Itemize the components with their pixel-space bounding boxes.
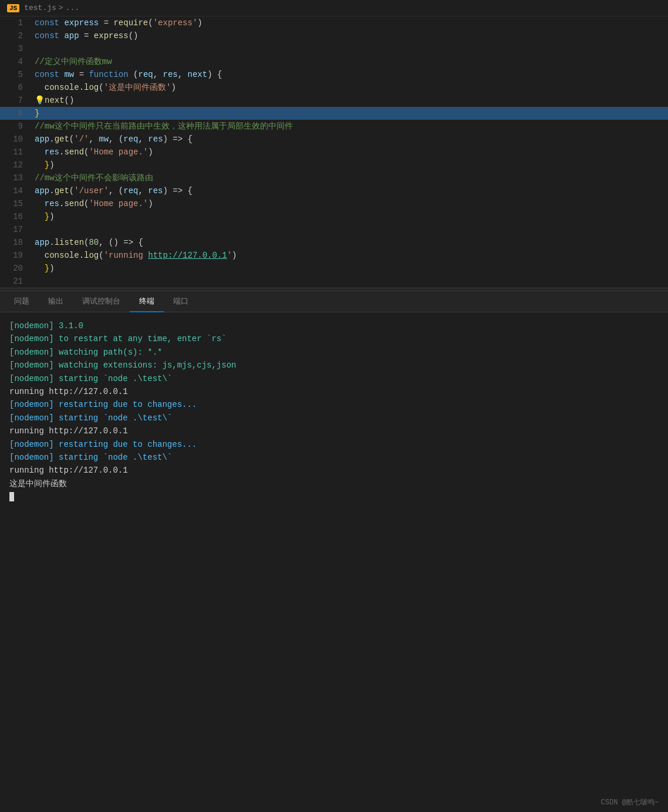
code-line-11: 11 res.send('Home page.') (0, 146, 668, 159)
code-line-10: 10app.get('/', mw, (req, res) => { (0, 133, 668, 146)
line-content: res.send('Home page.') (32, 146, 668, 159)
line-content: //mw这个中间件不会影响该路由 (32, 171, 668, 184)
line-content (32, 42, 668, 55)
line-number: 16 (0, 210, 32, 223)
line-number: 10 (0, 133, 32, 146)
line-number: 19 (0, 249, 32, 262)
code-line-20: 20 }) (0, 262, 668, 275)
terminal-line: [nodemon] starting `node .\test\` (9, 412, 659, 424)
line-number: 14 (0, 184, 32, 197)
terminal-content[interactable]: [nodemon] 3.1.0[nodemon] to restart at a… (0, 312, 668, 510)
line-content: res.send('Home page.') (32, 197, 668, 210)
terminal-tabs: 问题输出调试控制台终端端口 (0, 291, 668, 312)
terminal-line: running http://127.0.0.1 (9, 385, 659, 398)
line-content: app.get('/user', (req, res) => { (32, 184, 668, 197)
line-number: 13 (0, 171, 32, 184)
code-line-6: 6 console.log('这是中间件函数') (0, 81, 668, 94)
terminal-line: [nodemon] to restart at any time, enter … (9, 332, 659, 345)
line-content: app.get('/', mw, (req, res) => { (32, 133, 668, 146)
line-number: 4 (0, 55, 32, 68)
line-number: 11 (0, 146, 32, 159)
code-editor[interactable]: 1const express = require('express')2cons… (0, 16, 668, 288)
line-content: console.log('这是中间件函数') (32, 81, 668, 94)
line-content: app.listen(80, () => { (32, 236, 668, 249)
code-line-3: 3 (0, 42, 668, 55)
line-content: //定义中间件函数mw (32, 55, 668, 68)
terminal-line: [nodemon] 3.1.0 (9, 319, 659, 332)
terminal-tab-问题[interactable]: 问题 (5, 291, 39, 312)
code-line-21: 21 (0, 275, 668, 288)
terminal-line: running http://127.0.0.1 (9, 424, 659, 437)
code-line-9: 9//mw这个中间件只在当前路由中生效，这种用法属于局部生效的中间件 (0, 120, 668, 133)
terminal-tab-终端[interactable]: 终端 (130, 291, 164, 312)
code-line-4: 4//定义中间件函数mw (0, 55, 668, 68)
line-number: 5 (0, 68, 32, 81)
line-content: const app = express() (32, 29, 668, 42)
terminal-line: [nodemon] watching path(s): *.* (9, 346, 659, 359)
watermark: CSDN @酷七啵鸣~ (601, 797, 659, 807)
terminal-cursor (9, 492, 14, 501)
code-line-8: 8} (0, 107, 668, 120)
line-number: 15 (0, 197, 32, 210)
code-line-16: 16 }) (0, 210, 668, 223)
code-line-14: 14app.get('/user', (req, res) => { (0, 184, 668, 197)
js-badge: JS (7, 4, 19, 12)
line-number: 6 (0, 81, 32, 94)
terminal-panel: 问题输出调试控制台终端端口 [nodemon] 3.1.0[nodemon] t… (0, 291, 668, 510)
breadcrumb-ellipsis: ... (66, 4, 79, 12)
code-line-5: 5const mw = function (req, res, next) { (0, 68, 668, 81)
code-line-15: 15 res.send('Home page.') (0, 197, 668, 210)
line-number: 1 (0, 16, 32, 29)
line-content: }) (32, 262, 668, 275)
code-line-12: 12 }) (0, 159, 668, 171)
breadcrumb: JS test.js > ... (0, 0, 668, 16)
terminal-cursor-line (9, 490, 659, 503)
line-number: 3 (0, 42, 32, 55)
terminal-line: [nodemon] starting `node .\test\` (9, 372, 659, 385)
line-content: const mw = function (req, res, next) { (32, 68, 668, 81)
code-line-13: 13//mw这个中间件不会影响该路由 (0, 171, 668, 184)
terminal-line: [nodemon] restarting due to changes... (9, 438, 659, 451)
line-content: 💡next() (32, 94, 668, 107)
code-line-18: 18app.listen(80, () => { (0, 236, 668, 249)
terminal-tab-调试控制台[interactable]: 调试控制台 (73, 291, 130, 312)
code-line-19: 19 console.log('running http://127.0.0.1… (0, 249, 668, 262)
line-number: 9 (0, 120, 32, 133)
line-number: 12 (0, 159, 32, 171)
line-content: //mw这个中间件只在当前路由中生效，这种用法属于局部生效的中间件 (32, 120, 668, 133)
line-number: 7 (0, 94, 32, 107)
code-line-17: 17 (0, 223, 668, 236)
terminal-line: 这是中间件函数 (9, 477, 659, 490)
terminal-tab-端口[interactable]: 端口 (164, 291, 198, 312)
line-content (32, 275, 668, 288)
breadcrumb-separator: > (59, 4, 63, 12)
line-content: }) (32, 159, 668, 171)
line-content: } (32, 107, 668, 120)
line-number: 21 (0, 275, 32, 288)
line-content: }) (32, 210, 668, 223)
terminal-line: [nodemon] starting `node .\test\` (9, 451, 659, 464)
line-number: 17 (0, 223, 32, 236)
line-number: 8 (0, 107, 32, 120)
terminal-tab-输出[interactable]: 输出 (39, 291, 73, 312)
line-content (32, 223, 668, 236)
line-number: 2 (0, 29, 32, 42)
line-content: console.log('running http://127.0.0.1') (32, 249, 668, 262)
code-line-2: 2const app = express() (0, 29, 668, 42)
line-content: const express = require('express') (32, 16, 668, 29)
breadcrumb-filename[interactable]: test.js (24, 4, 56, 12)
code-line-7: 7💡next() (0, 94, 668, 107)
line-number: 18 (0, 236, 32, 249)
terminal-line: running http://127.0.0.1 (9, 464, 659, 477)
terminal-line: [nodemon] restarting due to changes... (9, 398, 659, 411)
terminal-line: [nodemon] watching extensions: js,mjs,cj… (9, 359, 659, 372)
line-number: 20 (0, 262, 32, 275)
code-line-1: 1const express = require('express') (0, 16, 668, 29)
